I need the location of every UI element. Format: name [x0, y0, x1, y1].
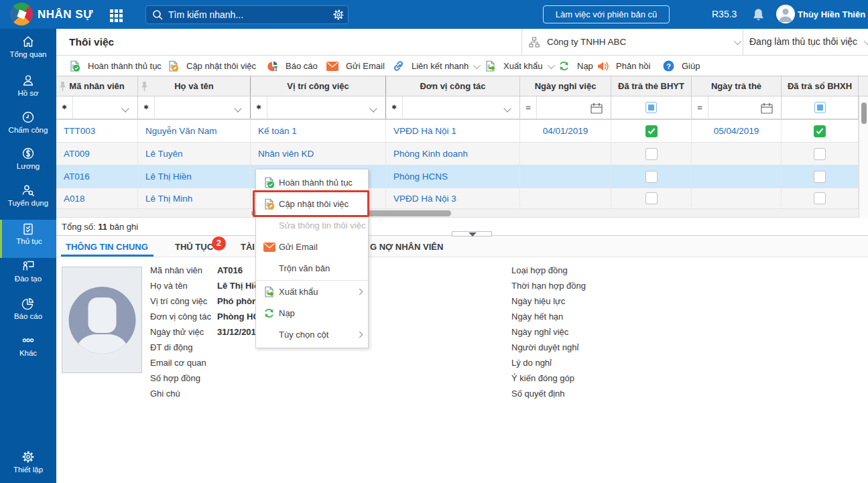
svg-text:?: ? — [666, 62, 671, 70]
